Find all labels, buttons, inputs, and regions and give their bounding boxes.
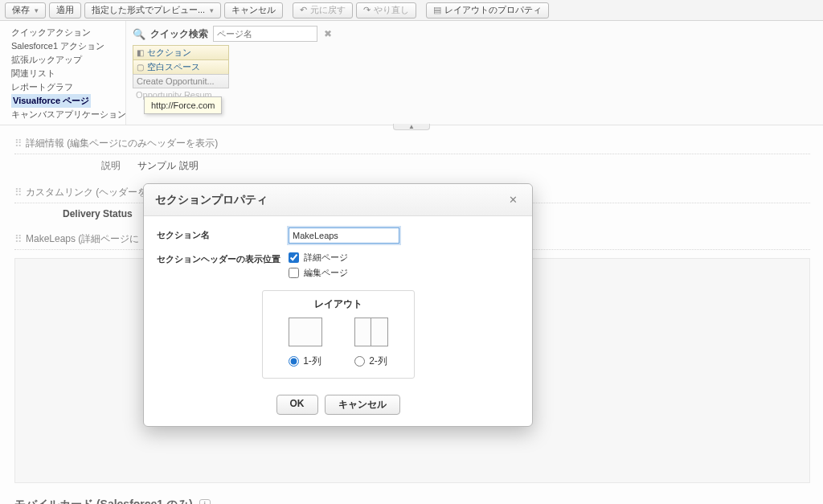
ok-button[interactable]: OK <box>276 395 318 415</box>
description-label: 説明 <box>101 160 121 171</box>
modal-titlebar: セクションプロパティ ✕ <box>144 184 532 216</box>
sidebar-item-selected[interactable]: Visualforce ページ <box>11 94 91 108</box>
search-icon: 🔍 <box>133 28 145 40</box>
section-name-input[interactable] <box>289 227 399 244</box>
modal-title: セクションプロパティ <box>155 193 268 207</box>
cancel-button[interactable]: キャンセル <box>224 2 283 18</box>
save-button[interactable]: 保存 <box>5 2 46 18</box>
mobile-cards-heading: モバイルカード (Salesforce1 のみ) i <box>14 498 810 504</box>
detail-section-body: 説明 サンプル 説明 <box>14 154 810 186</box>
layout-columns-box: レイアウト 1-列 2-列 <box>262 290 415 379</box>
columns-2-radio[interactable]: 2-列 <box>354 354 387 368</box>
modal-body: セクション名 セクションヘッダーの表示位置 詳細ページ 編集ページ レイアウト … <box>144 216 532 390</box>
grip-icon: ⠿ <box>14 233 21 245</box>
palette-item-cutoff: Opportunity Resum... <box>133 88 817 101</box>
preview-button[interactable]: 指定した形式でプレビュー... <box>84 2 221 18</box>
top-toolbar: 保存 適用 指定した形式でプレビュー... キャンセル ↶元に戻す ↷やり直し … <box>0 0 823 21</box>
section-name-row: セクション名 <box>157 227 519 244</box>
palette-item-section[interactable]: ◧セクション <box>133 45 229 59</box>
grip-icon: ⠿ <box>14 186 21 199</box>
sidebar-item[interactable]: キャンバスアプリケーション <box>11 108 119 121</box>
section-icon: ◧ <box>137 48 144 57</box>
header-position-label: セクションヘッダーの表示位置 <box>157 252 289 265</box>
blank-icon: ▢ <box>137 63 144 72</box>
edit-page-checkbox[interactable]: 編集ページ <box>289 267 519 279</box>
palette-list: ◧セクション ▢空白スペース Create Opportunit... <box>133 45 229 88</box>
sidebar-item[interactable]: クイックアクション <box>11 26 119 39</box>
section-properties-modal: セクションプロパティ ✕ セクション名 セクションヘッダーの表示位置 詳細ページ… <box>143 183 533 427</box>
columns-1-radio-input[interactable] <box>289 356 299 367</box>
layout-properties-button[interactable]: ▤レイアウトのプロパティ <box>426 2 549 18</box>
undo-icon: ↶ <box>300 5 307 15</box>
quick-find-label: クイック検索 <box>150 27 208 41</box>
redo-icon: ↷ <box>363 5 371 15</box>
header-position-row: セクションヘッダーの表示位置 詳細ページ 編集ページ <box>157 252 519 282</box>
detail-page-checkbox-input[interactable] <box>289 252 299 263</box>
url-tooltip: http://Force.com <box>144 96 222 114</box>
palette-row: クイックアクション Salesforce1 アクション 拡張ルックアップ 関連リ… <box>0 21 823 125</box>
columns-2-radio-input[interactable] <box>354 356 365 367</box>
close-icon[interactable]: ✕ <box>506 192 521 207</box>
palette-pane: 🔍 クイック検索 ✖ ◧セクション ▢空白スペース Create Opportu… <box>125 21 823 125</box>
layout-icon: ▤ <box>433 5 441 15</box>
description-value: サンプル 説明 <box>137 160 198 171</box>
collapse-handle-icon[interactable]: ▲ <box>393 124 430 130</box>
modal-cancel-button[interactable]: キャンセル <box>325 395 400 415</box>
redo-button[interactable]: ↷やり直し <box>356 2 416 18</box>
sidebar-item[interactable]: 関連リスト <box>11 67 119 80</box>
layout-thumb-1col[interactable] <box>289 318 322 346</box>
delivery-status-label: Delivery Status <box>63 208 133 219</box>
layout-box-title: レイアウト <box>272 297 404 311</box>
sidebar-item[interactable]: レポートグラフ <box>11 80 119 94</box>
info-icon[interactable]: i <box>199 499 211 504</box>
columns-1-radio[interactable]: 1-列 <box>289 354 321 368</box>
apply-button[interactable]: 適用 <box>49 2 81 18</box>
grip-icon: ⠿ <box>14 137 21 150</box>
sidebar-item[interactable]: 拡張ルックアップ <box>11 53 119 67</box>
layout-thumb-2col[interactable] <box>354 318 388 346</box>
clear-search-icon[interactable]: ✖ <box>324 28 332 39</box>
section-name-label: セクション名 <box>157 227 289 241</box>
undo-button[interactable]: ↶元に戻す <box>293 2 353 18</box>
sidebar-item[interactable]: Salesforce1 アクション <box>11 39 119 53</box>
quick-find-row: 🔍 クイック検索 ✖ <box>133 26 817 42</box>
section-header-detail[interactable]: ⠿ 詳細情報 (編集ページにのみヘッダーを表示) <box>14 137 810 154</box>
category-sidebar: クイックアクション Salesforce1 アクション 拡張ルックアップ 関連リ… <box>0 21 125 125</box>
palette-item-blank-space[interactable]: ▢空白スペース <box>133 59 229 74</box>
quick-find-input[interactable] <box>213 26 317 42</box>
detail-page-checkbox[interactable]: 詳細ページ <box>289 252 519 264</box>
modal-footer: OK キャンセル <box>144 390 532 426</box>
palette-item-create-opportunity[interactable]: Create Opportunit... <box>133 74 229 88</box>
edit-page-checkbox-input[interactable] <box>289 268 299 278</box>
